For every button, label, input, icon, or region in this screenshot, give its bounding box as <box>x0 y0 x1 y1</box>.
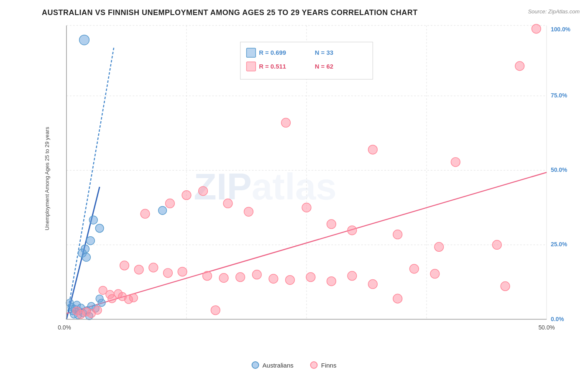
svg-point-55 <box>281 118 291 128</box>
svg-point-81 <box>327 277 336 286</box>
svg-point-62 <box>302 203 311 212</box>
svg-point-29 <box>79 35 89 45</box>
svg-text:ZIPatlas: ZIPatlas <box>194 166 337 207</box>
svg-text:75.0%: 75.0% <box>551 92 567 99</box>
svg-point-64 <box>165 199 174 208</box>
svg-point-49 <box>82 253 91 261</box>
chart-container: AUSTRALIAN VS FINNISH UNEMPLOYMENT AMONG… <box>0 0 588 373</box>
svg-point-100 <box>409 264 419 273</box>
svg-point-72 <box>164 268 173 278</box>
svg-point-57 <box>451 158 460 167</box>
svg-text:100.0%: 100.0% <box>551 26 570 33</box>
svg-point-68 <box>435 243 444 252</box>
svg-point-61 <box>244 207 253 216</box>
svg-text:Unemployment Among Ages 25 to : Unemployment Among Ages 25 to 29 years <box>44 127 50 230</box>
svg-text:25.0%: 25.0% <box>551 241 567 248</box>
svg-point-98 <box>501 282 510 291</box>
svg-point-71 <box>149 263 158 272</box>
svg-point-96 <box>211 306 220 315</box>
svg-point-79 <box>286 276 295 285</box>
chart-area: ZIPatlas 0.0% 25.0% 50.0% 75.0% 100.0% <box>33 21 580 344</box>
legend-container: Australians Finns <box>252 361 337 369</box>
svg-point-73 <box>178 267 187 276</box>
svg-point-65 <box>327 220 336 229</box>
legend-dot-finns <box>310 361 318 369</box>
svg-text:0.0%: 0.0% <box>58 324 71 331</box>
svg-point-77 <box>252 270 261 279</box>
svg-rect-23 <box>246 62 256 71</box>
svg-point-60 <box>223 199 233 208</box>
chart-title: AUSTRALIAN VS FINNISH UNEMPLOYMENT AMONG… <box>42 8 580 17</box>
svg-point-56 <box>368 145 377 154</box>
svg-point-59 <box>199 186 208 196</box>
svg-point-82 <box>348 271 357 281</box>
svg-line-26 <box>66 46 114 319</box>
scatter-chart: ZIPatlas 0.0% 25.0% 50.0% 75.0% 100.0% <box>33 21 580 344</box>
svg-point-74 <box>203 271 212 281</box>
legend-dot-australians <box>252 361 259 369</box>
svg-point-66 <box>348 226 357 235</box>
svg-text:50.0%: 50.0% <box>551 166 567 173</box>
svg-point-45 <box>98 299 105 307</box>
svg-text:0.0%: 0.0% <box>551 316 564 322</box>
svg-point-97 <box>492 240 501 250</box>
svg-point-58 <box>182 191 191 200</box>
svg-point-47 <box>86 237 95 245</box>
svg-text:R =  0.511: R = 0.511 <box>259 63 286 70</box>
svg-point-78 <box>269 274 278 284</box>
svg-point-54 <box>515 61 524 71</box>
svg-text:N = 33: N = 33 <box>315 49 333 56</box>
svg-point-63 <box>141 209 150 218</box>
svg-point-51 <box>95 224 104 232</box>
svg-point-75 <box>219 273 228 283</box>
legend-item-australians: Australians <box>252 361 294 369</box>
svg-point-99 <box>393 294 402 303</box>
legend-label-australians: Australians <box>263 362 294 369</box>
legend-label-finns: Finns <box>321 362 337 369</box>
svg-rect-20 <box>246 48 256 57</box>
svg-point-67 <box>393 230 402 239</box>
svg-text:50.0%: 50.0% <box>538 324 555 331</box>
svg-point-90 <box>129 294 138 302</box>
svg-point-52 <box>159 206 167 215</box>
svg-point-53 <box>532 24 541 33</box>
svg-point-69 <box>120 261 129 270</box>
svg-point-83 <box>368 280 377 289</box>
svg-point-101 <box>430 269 440 278</box>
legend-item-finns: Finns <box>310 361 337 369</box>
svg-rect-19 <box>240 42 373 79</box>
svg-text:R = 0.699: R = 0.699 <box>259 49 286 56</box>
svg-point-50 <box>89 216 97 224</box>
svg-text:N = 62: N = 62 <box>315 63 333 70</box>
svg-point-95 <box>93 306 102 314</box>
svg-point-80 <box>306 273 315 282</box>
source-label: Source: ZipAtlas.com <box>528 8 580 15</box>
svg-point-76 <box>236 273 245 282</box>
svg-point-70 <box>134 265 143 274</box>
